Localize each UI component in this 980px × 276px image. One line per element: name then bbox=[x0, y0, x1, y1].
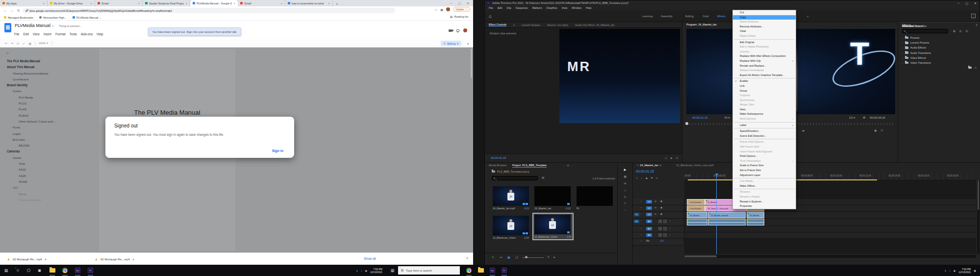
lock-icon[interactable]: ▪ bbox=[641, 240, 641, 242]
editing-mode-button[interactable]: ✎ Editing ▾ bbox=[441, 41, 461, 46]
volume-icon[interactable]: ♪ bbox=[361, 269, 362, 272]
context-menu-item[interactable]: Copy bbox=[733, 15, 796, 20]
context-menu-item[interactable]: Properties bbox=[733, 204, 796, 209]
yuv-effects-icon[interactable]: ▥ bbox=[965, 29, 968, 32]
context-menu-item[interactable]: Synchronize bbox=[733, 98, 796, 103]
context-menu-item[interactable]: Restore Unrendered bbox=[733, 68, 796, 73]
context-menu-item[interactable]: Rename... bbox=[733, 190, 796, 195]
google-docs-icon[interactable] bbox=[4, 23, 11, 32]
mix-level-value[interactable]: 0.0 bbox=[660, 240, 663, 242]
forward-icon[interactable]: → bbox=[10, 9, 14, 12]
pen-tool[interactable]: ✎ bbox=[624, 195, 626, 199]
list-view-icon[interactable]: ≔ bbox=[500, 255, 503, 259]
context-menu-item[interactable]: License... bbox=[733, 50, 796, 54]
context-menu-item[interactable]: Make Subsequence bbox=[733, 112, 796, 117]
video-call-icon[interactable] bbox=[449, 29, 452, 32]
bookmark-item[interactable]: Managed Bookmarks bbox=[4, 16, 33, 19]
program-monitor-tab[interactable]: Program: 24_Maelek_Ian bbox=[686, 23, 717, 26]
network-icon[interactable]: ◉ bbox=[365, 269, 367, 272]
chrome-icon[interactable] bbox=[61, 266, 69, 275]
star-document-icon[interactable]: ☆ bbox=[51, 24, 54, 27]
chevron-down-icon[interactable]: ▾ bbox=[553, 255, 555, 259]
context-menu-item[interactable]: Cut bbox=[733, 10, 796, 15]
browser-tab[interactable]: how to screenshot on wind × bbox=[285, 0, 333, 6]
context-menu-item[interactable]: Add Frame Hold bbox=[733, 145, 796, 150]
track-header-a1[interactable]: A1 ▪ A1 M S ♪ bbox=[633, 219, 684, 226]
spellcheck-icon[interactable]: ✓ bbox=[23, 42, 25, 45]
docs-menu-item[interactable]: Add-ons bbox=[81, 32, 93, 36]
premiere-menu-item[interactable]: Clip bbox=[506, 6, 511, 9]
32bit-effects-icon[interactable]: ▤ bbox=[959, 29, 962, 32]
maximize-icon[interactable]: ▢ bbox=[965, 1, 968, 5]
project-item[interactable]: 24 24_Maelek_Ian.mp44;10 bbox=[493, 186, 529, 210]
video-clip[interactable]: 24_Maelek bbox=[687, 212, 707, 218]
scrollbar-thumb[interactable] bbox=[684, 255, 717, 257]
context-menu-item[interactable]: Replace With After Effects Composition bbox=[733, 54, 796, 59]
effects-search-input[interactable] bbox=[902, 29, 948, 33]
linked-selection-icon[interactable]: ◉ bbox=[646, 176, 648, 179]
undo-icon[interactable]: ↶ bbox=[5, 42, 7, 45]
comments-icon[interactable] bbox=[456, 29, 459, 32]
back-icon[interactable]: ← bbox=[3, 9, 7, 12]
lock-icon[interactable]: ▪ bbox=[641, 206, 641, 209]
program-timecode[interactable]: 00;00;01;15 bbox=[692, 116, 708, 119]
lock-icon[interactable]: ▪ bbox=[641, 220, 641, 222]
premiere-menu-item[interactable]: Sequence bbox=[516, 6, 528, 9]
toggle-track-output-icon[interactable]: ◉ bbox=[660, 206, 662, 209]
new-bin-icon[interactable] bbox=[968, 67, 972, 69]
lock-icon[interactable]: ▪ bbox=[641, 200, 641, 202]
freeform-view-icon[interactable]: ❏ bbox=[515, 255, 518, 259]
context-menu-item[interactable]: Multi-Camera › bbox=[733, 117, 796, 122]
track-badge[interactable]: V3 bbox=[646, 200, 652, 203]
tab-close-icon[interactable]: × bbox=[328, 2, 330, 5]
context-menu-item[interactable]: Scene Edit Detection... bbox=[733, 134, 796, 139]
minimize-icon[interactable]: ─ bbox=[450, 1, 452, 4]
task-view-icon[interactable]: ▣ bbox=[35, 266, 44, 275]
effects-folder-row[interactable]: › Video Transitions bbox=[902, 60, 978, 65]
effects-folder-row[interactable]: › Audio Transitions bbox=[902, 50, 978, 55]
bookmark-item[interactable]: Metropolitan High... bbox=[39, 16, 67, 19]
context-menu-item[interactable] bbox=[734, 189, 795, 189]
chrome-icon[interactable] bbox=[465, 266, 473, 275]
extensions-icon[interactable]: ▦ bbox=[440, 8, 443, 11]
close-downloads-icon[interactable]: × bbox=[466, 256, 468, 260]
transition-clip[interactable]: Cross Dissolve bbox=[687, 205, 705, 211]
media-encoder-icon[interactable]: Me bbox=[488, 266, 497, 275]
audio-clip[interactable] bbox=[747, 219, 764, 226]
video-clip[interactable]: 24_Maelek bbox=[747, 212, 764, 218]
context-menu-item[interactable]: Render and Replace... bbox=[733, 64, 796, 69]
step-forward-icon[interactable]: ⇥ bbox=[802, 129, 804, 133]
track-badge[interactable]: V1 bbox=[646, 213, 652, 216]
clock[interactable]: 7:53 PM 12/13/2021 bbox=[958, 268, 971, 274]
lock-icon[interactable]: ▪ bbox=[641, 233, 641, 236]
tray-expand-icon[interactable]: ∧ bbox=[356, 269, 358, 272]
update-button[interactable]: Update ⋮ bbox=[453, 7, 471, 12]
paint-format-icon[interactable]: ▨ bbox=[28, 42, 31, 45]
file-explorer-icon[interactable] bbox=[48, 266, 56, 275]
premiere-menu-item[interactable]: File bbox=[489, 6, 493, 9]
track-header-mix[interactable]: ▪ Mix 0.0 bbox=[633, 239, 684, 246]
sync-lock-icon[interactable]: ⇄ bbox=[654, 200, 656, 202]
taskbar-search-icon[interactable] bbox=[14, 266, 22, 275]
context-menu-item[interactable] bbox=[734, 122, 795, 123]
premiere-menu-item[interactable]: Window bbox=[572, 6, 581, 9]
browser-tab[interactable]: Gmail × bbox=[238, 0, 285, 6]
context-menu-item[interactable]: Export As Motion Graphics Template... bbox=[733, 73, 796, 78]
source-patch-badge[interactable]: V1 bbox=[634, 213, 639, 216]
solo-button[interactable]: S bbox=[663, 233, 667, 237]
workspace-tab[interactable]: Editing bbox=[685, 15, 694, 18]
context-menu-item[interactable]: Frame Hold Options... bbox=[733, 140, 796, 145]
docs-menu-item[interactable]: Tools bbox=[70, 32, 77, 36]
type-tool[interactable]: T bbox=[624, 202, 626, 205]
toggle-track-output-icon[interactable]: ◉ bbox=[660, 200, 662, 202]
context-menu-item[interactable] bbox=[734, 139, 795, 139]
context-menu-item[interactable]: Adjustment Layer bbox=[733, 173, 796, 178]
bookmark-item[interactable]: PLVMedia Manual -... bbox=[73, 16, 102, 19]
sync-lock-icon[interactable]: ⇄ bbox=[654, 206, 656, 209]
selection-tool[interactable]: ▶ bbox=[624, 168, 627, 171]
context-menu-item[interactable]: ✓ Enable bbox=[733, 79, 796, 84]
playhead[interactable] bbox=[716, 174, 717, 254]
toggle-track-output-icon[interactable]: ◉ bbox=[660, 213, 662, 215]
premiere-menu-item[interactable]: Help bbox=[586, 6, 591, 9]
sync-lock-icon[interactable]: ⇄ bbox=[654, 213, 656, 215]
